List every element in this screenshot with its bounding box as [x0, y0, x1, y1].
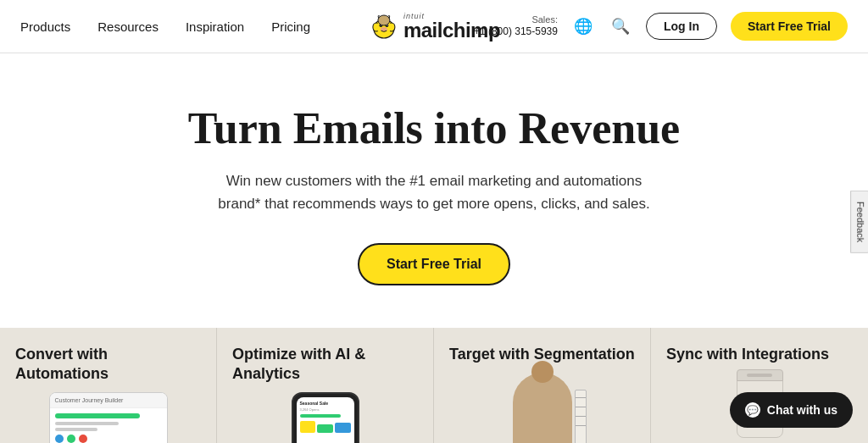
phone-bar: [300, 414, 341, 418]
feature-card-analytics-title: Optimize with AI & Analytics: [232, 345, 418, 385]
globe-icon[interactable]: 🌐: [571, 14, 595, 38]
ruler-line-2: [576, 407, 586, 407]
ruler-line-1: [576, 397, 586, 398]
feedback-tab[interactable]: Feedback: [850, 190, 868, 252]
person-head: [531, 361, 554, 383]
feature-card-segmentation[interactable]: Target with Segmentation: [434, 328, 651, 443]
chat-label: Chat with us: [767, 403, 837, 417]
nav-links: Products Resources Inspiration Pricing: [20, 19, 310, 34]
ruler-mock: [575, 390, 587, 443]
nav-products[interactable]: Products: [20, 19, 70, 34]
mailchimp-monkey-icon: [368, 10, 400, 42]
automations-device-mock: Customer Journey Builder: [49, 392, 168, 443]
flow-node-3: [79, 435, 87, 443]
login-button[interactable]: Log In: [646, 13, 717, 40]
logo-mailchimp: mailchimp: [403, 20, 500, 41]
person-silhouette: [513, 373, 572, 443]
segmentation-mock: [492, 373, 593, 443]
device-body: [50, 408, 167, 443]
feature-card-automations-title: Convert with Automations: [15, 345, 201, 385]
stat-bar-1: [300, 421, 316, 433]
search-icon[interactable]: 🔍: [609, 14, 632, 38]
nav-resources[interactable]: Resources: [97, 19, 159, 34]
cylinder-cap: [737, 369, 783, 381]
navbar: Products Resources Inspiration Pricing i…: [0, 0, 868, 53]
device-label: Customer Journey Builder: [55, 397, 124, 403]
nav-inspiration[interactable]: Inspiration: [186, 19, 244, 34]
flow-node-2: [67, 435, 75, 443]
chat-icon: [745, 402, 760, 418]
hero-title: Turn Emails into Revenue: [17, 104, 851, 152]
analytics-phone-mock: Seasonal Sale 3,264 Opens: [292, 392, 359, 443]
feature-strip: Convert with Automations Customer Journe…: [0, 328, 868, 443]
flow-node-1: [55, 435, 64, 443]
hero-section: Turn Emails into Revenue Win new custome…: [0, 53, 868, 328]
phone-title: Seasonal Sale: [300, 401, 351, 406]
cylinder-cap-line: [747, 374, 772, 377]
phone-screen: Seasonal Sale 3,264 Opens: [297, 397, 354, 443]
chat-bubble[interactable]: Chat with us: [730, 392, 853, 428]
stat-bar-3: [335, 423, 351, 433]
feature-card-integrations-title: Sync with Integrations: [666, 345, 853, 364]
logo-text: intuit mailchimp: [403, 13, 500, 41]
mock-bar-1: [55, 413, 141, 418]
feature-card-analytics[interactable]: Optimize with AI & Analytics Seasonal Sa…: [217, 328, 434, 443]
nav-right: Sales: +1 (800) 315-5939 🌐 🔍 Log In Star…: [474, 12, 848, 41]
nav-pricing[interactable]: Pricing: [271, 19, 310, 34]
phone-sub: 3,264 Opens: [300, 407, 351, 412]
ruler-line-4: [576, 425, 586, 426]
hero-subtitle: Win new customers with the #1 email mark…: [214, 169, 654, 215]
start-free-trial-nav-button[interactable]: Start Free Trial: [731, 12, 848, 41]
start-free-trial-hero-button[interactable]: Start Free Trial: [358, 243, 510, 285]
logo[interactable]: intuit mailchimp: [368, 10, 500, 42]
mock-bar-2: [55, 422, 120, 425]
mock-bar-3: [55, 428, 97, 431]
phone-stats: [300, 421, 351, 433]
ruler-line-3: [576, 416, 586, 417]
feature-card-automations[interactable]: Convert with Automations Customer Journe…: [0, 328, 217, 443]
device-header: Customer Journey Builder: [50, 393, 167, 408]
svg-point-9: [378, 15, 390, 25]
stat-bar-2: [317, 424, 333, 433]
